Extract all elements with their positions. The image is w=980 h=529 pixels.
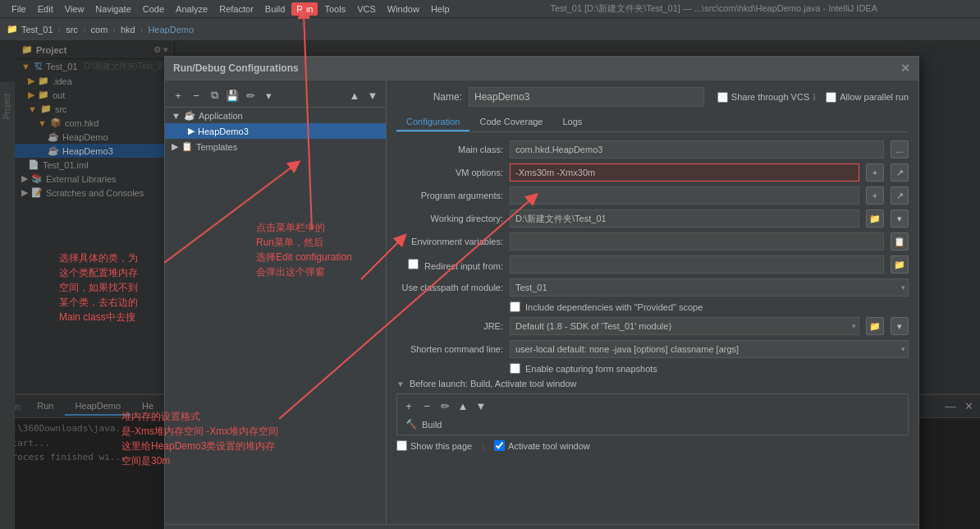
activate-window-checkbox[interactable] bbox=[494, 440, 505, 451]
copy-config-button[interactable]: ⧉ bbox=[206, 87, 222, 104]
share-vcs-help-icon[interactable]: ℹ bbox=[813, 92, 816, 103]
env-vars-browse[interactable]: 📋 bbox=[891, 232, 909, 251]
title-bar: File Edit View Navigate Code Analyze Ref… bbox=[0, 0, 980, 18]
menu-file[interactable]: File bbox=[7, 2, 31, 16]
before-launch-up[interactable]: ▲ bbox=[455, 398, 471, 414]
tab-configuration[interactable]: Configuration bbox=[396, 113, 469, 131]
name-input[interactable] bbox=[469, 87, 704, 107]
menu-vcs[interactable]: VCS bbox=[352, 2, 381, 16]
env-vars-label: Environment variables: bbox=[396, 237, 503, 246]
vm-options-expand[interactable]: + bbox=[866, 163, 884, 182]
working-dir-browse[interactable]: 📁 bbox=[866, 209, 884, 228]
more-config-button[interactable]: ▾ bbox=[260, 87, 277, 104]
dialog-close-button[interactable]: ✕ bbox=[900, 62, 910, 75]
program-args-more[interactable]: ↗ bbox=[891, 186, 909, 205]
config-item-label-heapdemo3: HeapDemo3 bbox=[198, 126, 249, 136]
share-vcs-checkbox[interactable] bbox=[717, 92, 728, 103]
breadcrumb-src[interactable]: src bbox=[66, 25, 78, 34]
activate-window-label: Activate tool window bbox=[508, 441, 590, 451]
vm-options-row: VM options: + ↗ bbox=[396, 163, 909, 182]
config-item-icon-heapdemo3: ▶ bbox=[188, 126, 195, 136]
vm-options-more[interactable]: ↗ bbox=[891, 163, 909, 182]
config-group-templates[interactable]: ▶ 📋 Templates bbox=[165, 139, 386, 154]
menu-refactor[interactable]: Refactor bbox=[214, 2, 259, 16]
menu-build[interactable]: Build bbox=[260, 2, 290, 16]
jre-row: JRE: Default (1.8 - SDK of 'Test_01' mod… bbox=[396, 317, 909, 335]
shorten-cmd-select[interactable]: user-local default: none -java [options]… bbox=[510, 340, 909, 358]
breadcrumb-project[interactable]: 📁 bbox=[7, 24, 18, 34]
menu-bar[interactable]: File Edit View Navigate Code Analyze Ref… bbox=[7, 2, 455, 16]
menu-analyze[interactable]: Analyze bbox=[171, 2, 213, 16]
before-launch-toolbar: + − ✏ ▲ ▼ bbox=[401, 398, 904, 414]
name-row: Name: Share through VCS ℹ Allow parallel… bbox=[396, 87, 909, 107]
templates-group-label: Templates bbox=[196, 142, 237, 152]
dialog-toolbar: + − ⧉ 💾 ✏ ▾ ▲ ▼ bbox=[165, 84, 386, 108]
enable-snapshot-row: Enable capturing form snapshots bbox=[396, 363, 909, 374]
main-class-browse-button[interactable]: ... bbox=[891, 140, 909, 159]
menu-window[interactable]: Window bbox=[382, 2, 424, 16]
menu-edit[interactable]: Edit bbox=[33, 2, 58, 16]
program-args-input[interactable] bbox=[510, 186, 859, 205]
working-dir-more[interactable]: ▾ bbox=[891, 209, 909, 228]
breadcrumb-hkd[interactable]: hkd bbox=[121, 25, 135, 34]
menu-tools[interactable]: Tools bbox=[319, 2, 350, 16]
jre-select[interactable]: Default (1.8 - SDK of 'Test_01' module) bbox=[510, 317, 859, 335]
before-launch-edit[interactable]: ✏ bbox=[437, 398, 453, 414]
before-launch-down[interactable]: ▼ bbox=[473, 398, 489, 414]
breadcrumb-test01[interactable]: Test_01 bbox=[21, 25, 53, 34]
show-page-checkbox[interactable] bbox=[396, 440, 407, 451]
env-vars-input[interactable] bbox=[510, 232, 884, 251]
moveup-config-button[interactable]: ▲ bbox=[346, 87, 363, 104]
program-args-row: Program arguments: + ↗ bbox=[396, 186, 909, 205]
name-checkboxes: Share through VCS ℹ Allow parallel run bbox=[717, 92, 909, 103]
jre-more[interactable]: ▾ bbox=[891, 317, 909, 335]
jre-browse[interactable]: 📁 bbox=[866, 317, 884, 335]
app-group-label: Application bbox=[199, 111, 243, 121]
project-bar: 📁 Test_01 › src › com › hkd › HeapDemo bbox=[0, 18, 980, 41]
vm-options-input[interactable] bbox=[510, 163, 859, 182]
redirect-browse-button[interactable]: 📁 bbox=[891, 255, 909, 274]
menu-help[interactable]: Help bbox=[426, 2, 455, 16]
main-class-input[interactable] bbox=[510, 140, 884, 159]
redirect-input-field[interactable] bbox=[510, 255, 884, 274]
breadcrumb-com[interactable]: com bbox=[91, 25, 108, 34]
build-label: Build bbox=[422, 420, 442, 430]
before-launch-triangle[interactable]: ▼ bbox=[396, 380, 405, 389]
name-field-label: Name: bbox=[396, 91, 462, 103]
dialog-footer: ? OK Cancel Apply bbox=[165, 524, 918, 529]
app-group-icon: ☕ bbox=[184, 110, 195, 121]
menu-run[interactable]: Run bbox=[291, 2, 318, 16]
include-deps-checkbox[interactable] bbox=[510, 301, 520, 312]
tab-code-coverage[interactable]: Code Coverage bbox=[469, 113, 552, 131]
add-config-button[interactable]: + bbox=[170, 87, 186, 104]
before-launch-remove[interactable]: − bbox=[419, 398, 435, 414]
build-item: 🔨 Build bbox=[401, 417, 904, 431]
redirect-input-checkbox[interactable] bbox=[408, 259, 419, 269]
movedown-config-button[interactable]: ▼ bbox=[364, 87, 381, 104]
allow-parallel-checkbox[interactable] bbox=[826, 92, 836, 103]
classpath-select-wrapper: Test_01 ▾ bbox=[510, 278, 909, 297]
classpath-select[interactable]: Test_01 bbox=[510, 278, 909, 297]
templates-group-triangle: ▶ bbox=[172, 141, 178, 152]
dialog-config-tree: + − ⧉ 💾 ✏ ▾ ▲ ▼ ▼ ☕ Application ▶ bbox=[165, 80, 387, 524]
config-group-application[interactable]: ▼ ☕ Application bbox=[165, 108, 386, 123]
remove-config-button[interactable]: − bbox=[188, 87, 204, 104]
menu-navigate[interactable]: Navigate bbox=[90, 2, 135, 16]
main-class-label: Main class: bbox=[396, 145, 503, 154]
working-dir-input[interactable] bbox=[510, 209, 859, 228]
menu-view[interactable]: View bbox=[60, 2, 89, 16]
vm-options-label: VM options: bbox=[396, 168, 503, 177]
config-tabs: Configuration Code Coverage Logs bbox=[396, 113, 909, 132]
before-launch-add[interactable]: + bbox=[401, 398, 417, 414]
enable-snapshot-checkbox[interactable] bbox=[510, 363, 520, 374]
share-vcs-label: Share through VCS bbox=[731, 92, 809, 102]
before-launch-title: Before launch: Build, Activate tool wind… bbox=[410, 379, 577, 389]
menu-code[interactable]: Code bbox=[138, 2, 169, 16]
save-config-button[interactable]: 💾 bbox=[224, 87, 240, 104]
jre-select-wrapper: Default (1.8 - SDK of 'Test_01' module) … bbox=[510, 317, 859, 335]
tab-logs[interactable]: Logs bbox=[553, 113, 593, 131]
edit-config-button[interactable]: ✏ bbox=[242, 87, 259, 104]
config-item-heapdemo3[interactable]: ▶ HeapDemo3 bbox=[165, 123, 386, 139]
breadcrumb-heapdemo[interactable]: HeapDemo bbox=[148, 25, 194, 34]
program-args-expand[interactable]: + bbox=[866, 186, 884, 205]
